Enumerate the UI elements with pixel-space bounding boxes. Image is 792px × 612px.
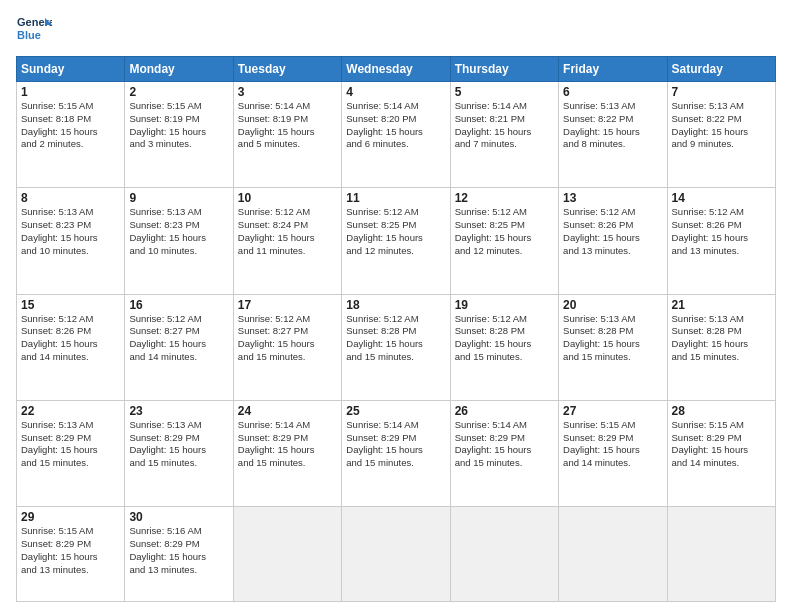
sunset-line: Sunset: 8:20 PM: [346, 113, 445, 126]
calendar-cell: [342, 507, 450, 602]
calendar-cell: 9Sunrise: 5:13 AMSunset: 8:23 PMDaylight…: [125, 188, 233, 294]
sunrise-line: Sunrise: 5:15 AM: [672, 419, 771, 432]
sunrise-line: Sunrise: 5:14 AM: [346, 100, 445, 113]
calendar-cell: [667, 507, 775, 602]
calendar-cell: 20Sunrise: 5:13 AMSunset: 8:28 PMDayligh…: [559, 294, 667, 400]
calendar-table: SundayMondayTuesdayWednesdayThursdayFrid…: [16, 56, 776, 602]
sunset-line: Sunset: 8:29 PM: [672, 432, 771, 445]
day-number: 19: [455, 298, 554, 312]
day-number: 6: [563, 85, 662, 99]
calendar-cell: 13Sunrise: 5:12 AMSunset: 8:26 PMDayligh…: [559, 188, 667, 294]
daylight-line2: and 13 minutes.: [672, 245, 771, 258]
daylight-line2: and 15 minutes.: [238, 457, 337, 470]
sunrise-line: Sunrise: 5:13 AM: [129, 206, 228, 219]
day-number: 16: [129, 298, 228, 312]
day-number: 27: [563, 404, 662, 418]
sunrise-line: Sunrise: 5:12 AM: [21, 313, 120, 326]
sunrise-line: Sunrise: 5:14 AM: [238, 419, 337, 432]
col-header-sunday: Sunday: [17, 57, 125, 82]
page: General Blue SundayMondayTuesdayWednesda…: [0, 0, 792, 612]
sunrise-line: Sunrise: 5:13 AM: [129, 419, 228, 432]
daylight-label: Daylight: 15 hours: [238, 338, 337, 351]
daylight-line2: and 15 minutes.: [563, 351, 662, 364]
daylight-label: Daylight: 15 hours: [129, 551, 228, 564]
daylight-label: Daylight: 15 hours: [21, 444, 120, 457]
calendar-cell: 15Sunrise: 5:12 AMSunset: 8:26 PMDayligh…: [17, 294, 125, 400]
calendar-cell: 5Sunrise: 5:14 AMSunset: 8:21 PMDaylight…: [450, 82, 558, 188]
day-number: 15: [21, 298, 120, 312]
day-number: 26: [455, 404, 554, 418]
daylight-line2: and 10 minutes.: [129, 245, 228, 258]
sunrise-line: Sunrise: 5:12 AM: [455, 206, 554, 219]
sunset-line: Sunset: 8:29 PM: [346, 432, 445, 445]
daylight-line2: and 8 minutes.: [563, 138, 662, 151]
daylight-label: Daylight: 15 hours: [21, 126, 120, 139]
sunset-line: Sunset: 8:19 PM: [238, 113, 337, 126]
sunrise-line: Sunrise: 5:14 AM: [455, 100, 554, 113]
sunrise-line: Sunrise: 5:15 AM: [21, 525, 120, 538]
day-number: 4: [346, 85, 445, 99]
sunset-line: Sunset: 8:23 PM: [129, 219, 228, 232]
sunrise-line: Sunrise: 5:13 AM: [563, 100, 662, 113]
daylight-line2: and 13 minutes.: [129, 564, 228, 577]
daylight-label: Daylight: 15 hours: [129, 338, 228, 351]
day-number: 5: [455, 85, 554, 99]
daylight-label: Daylight: 15 hours: [346, 444, 445, 457]
daylight-line2: and 10 minutes.: [21, 245, 120, 258]
sunrise-line: Sunrise: 5:15 AM: [129, 100, 228, 113]
day-number: 8: [21, 191, 120, 205]
daylight-label: Daylight: 15 hours: [563, 232, 662, 245]
day-number: 10: [238, 191, 337, 205]
daylight-line2: and 14 minutes.: [129, 351, 228, 364]
day-number: 1: [21, 85, 120, 99]
daylight-line2: and 14 minutes.: [672, 457, 771, 470]
daylight-label: Daylight: 15 hours: [563, 126, 662, 139]
daylight-line2: and 13 minutes.: [563, 245, 662, 258]
day-number: 13: [563, 191, 662, 205]
logo: General Blue: [16, 12, 52, 48]
sunrise-line: Sunrise: 5:12 AM: [238, 206, 337, 219]
calendar-cell: 21Sunrise: 5:13 AMSunset: 8:28 PMDayligh…: [667, 294, 775, 400]
daylight-line2: and 15 minutes.: [672, 351, 771, 364]
daylight-label: Daylight: 15 hours: [21, 551, 120, 564]
daylight-line2: and 15 minutes.: [455, 457, 554, 470]
daylight-label: Daylight: 15 hours: [129, 232, 228, 245]
daylight-label: Daylight: 15 hours: [238, 444, 337, 457]
daylight-label: Daylight: 15 hours: [346, 338, 445, 351]
sunrise-line: Sunrise: 5:12 AM: [129, 313, 228, 326]
calendar-cell: 12Sunrise: 5:12 AMSunset: 8:25 PMDayligh…: [450, 188, 558, 294]
sunrise-line: Sunrise: 5:12 AM: [455, 313, 554, 326]
sunset-line: Sunset: 8:26 PM: [21, 325, 120, 338]
day-number: 9: [129, 191, 228, 205]
daylight-line2: and 14 minutes.: [21, 351, 120, 364]
daylight-label: Daylight: 15 hours: [672, 126, 771, 139]
daylight-label: Daylight: 15 hours: [563, 338, 662, 351]
sunset-line: Sunset: 8:23 PM: [21, 219, 120, 232]
daylight-line2: and 2 minutes.: [21, 138, 120, 151]
daylight-line2: and 15 minutes.: [346, 457, 445, 470]
calendar-cell: [233, 507, 341, 602]
calendar-cell: 4Sunrise: 5:14 AMSunset: 8:20 PMDaylight…: [342, 82, 450, 188]
calendar-week-2: 8Sunrise: 5:13 AMSunset: 8:23 PMDaylight…: [17, 188, 776, 294]
daylight-label: Daylight: 15 hours: [346, 126, 445, 139]
calendar-cell: 16Sunrise: 5:12 AMSunset: 8:27 PMDayligh…: [125, 294, 233, 400]
day-number: 14: [672, 191, 771, 205]
sunset-line: Sunset: 8:18 PM: [21, 113, 120, 126]
sunset-line: Sunset: 8:24 PM: [238, 219, 337, 232]
sunset-line: Sunset: 8:29 PM: [238, 432, 337, 445]
calendar-cell: 30Sunrise: 5:16 AMSunset: 8:29 PMDayligh…: [125, 507, 233, 602]
day-number: 28: [672, 404, 771, 418]
day-number: 22: [21, 404, 120, 418]
day-number: 25: [346, 404, 445, 418]
sunrise-line: Sunrise: 5:15 AM: [563, 419, 662, 432]
sunrise-line: Sunrise: 5:12 AM: [672, 206, 771, 219]
calendar-header-row: SundayMondayTuesdayWednesdayThursdayFrid…: [17, 57, 776, 82]
calendar-cell: 17Sunrise: 5:12 AMSunset: 8:27 PMDayligh…: [233, 294, 341, 400]
sunset-line: Sunset: 8:29 PM: [129, 432, 228, 445]
calendar-cell: 14Sunrise: 5:12 AMSunset: 8:26 PMDayligh…: [667, 188, 775, 294]
logo-svg: General Blue: [16, 12, 52, 48]
sunset-line: Sunset: 8:27 PM: [129, 325, 228, 338]
sunset-line: Sunset: 8:19 PM: [129, 113, 228, 126]
calendar-week-4: 22Sunrise: 5:13 AMSunset: 8:29 PMDayligh…: [17, 400, 776, 506]
sunset-line: Sunset: 8:28 PM: [672, 325, 771, 338]
